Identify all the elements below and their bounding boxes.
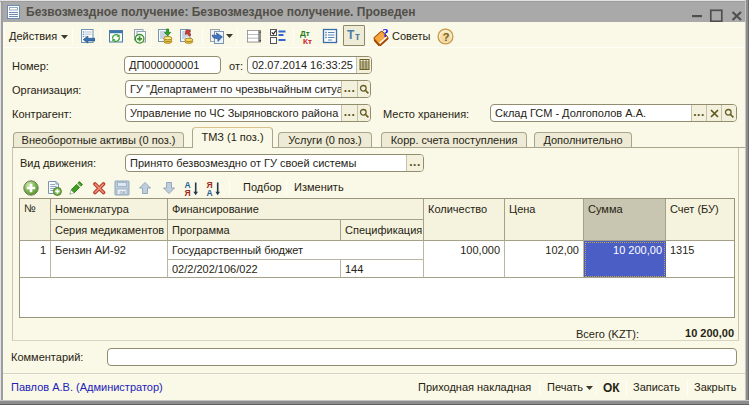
svg-text:?: ?: [443, 31, 450, 43]
svg-text:Кт: Кт: [303, 37, 312, 45]
svg-text:ок: ок: [120, 189, 126, 195]
svg-text:Я: Я: [185, 188, 191, 197]
svg-text:?: ?: [383, 27, 389, 40]
svg-text:А: А: [207, 188, 213, 197]
